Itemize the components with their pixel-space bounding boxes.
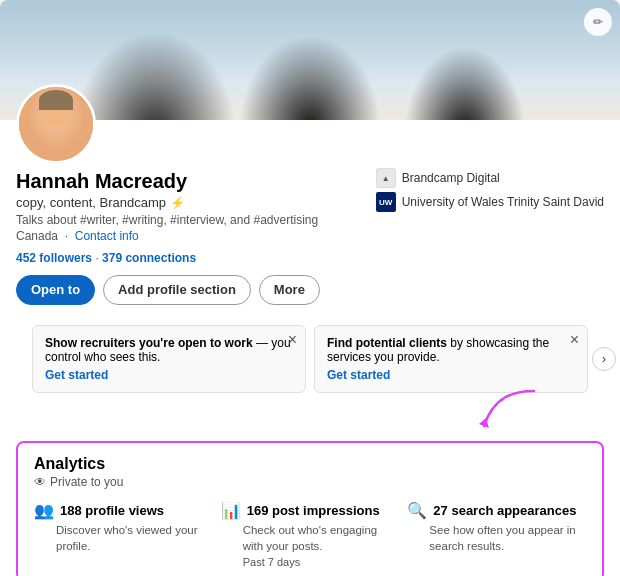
followers-link[interactable]: 452 followers	[16, 251, 92, 265]
uni-name: University of Wales Trinity Saint David	[402, 195, 604, 209]
analytics-item-header-2: 🔍 27 search appearances	[407, 501, 586, 520]
edit-cover-icon: ✏	[593, 15, 603, 29]
notifications-section: × Show recruiters you're open to work — …	[32, 325, 588, 393]
analytics-item-header-1: 📊 169 post impressions	[221, 501, 400, 520]
get-started-link-0[interactable]: Get started	[45, 368, 293, 382]
eye-icon: 👁	[34, 475, 46, 489]
analytics-stat-0: 188 profile views	[60, 503, 164, 518]
profile-card: ✏ Hannah Macready copy, content, Brandca…	[0, 0, 620, 576]
notification-bold-0: Show recruiters you're open to work	[45, 336, 253, 350]
profile-name: Hannah Macready	[16, 168, 364, 194]
add-section-button[interactable]: Add profile section	[103, 275, 251, 305]
profile-details: Hannah Macready copy, content, Brandcamp…	[16, 168, 364, 265]
analytics-desc-1: Check out who's engaging with your posts…	[221, 522, 400, 554]
analytics-item-0[interactable]: 👥 188 profile views Discover who's viewe…	[34, 501, 213, 568]
analytics-icon-0: 👥	[34, 501, 54, 520]
analytics-icon-1: 📊	[221, 501, 241, 520]
close-notification-0[interactable]: ×	[288, 332, 297, 348]
profile-companies: ▲ Brandcamp Digital UW University of Wal…	[376, 168, 604, 212]
notification-text-1: Find potential clients by showcasing the…	[327, 336, 575, 364]
brandcamp-logo: ▲	[376, 168, 396, 188]
notification-bold-1: Find potential clients	[327, 336, 447, 350]
contact-info-link[interactable]: Contact info	[75, 229, 139, 243]
company-item-brandcamp[interactable]: ▲ Brandcamp Digital	[376, 168, 604, 188]
analytics-subtitle: 👁 Private to you	[34, 475, 586, 489]
analytics-subtitle-text: Private to you	[50, 475, 123, 489]
avatar-image	[19, 87, 93, 161]
analytics-grid: 👥 188 profile views Discover who's viewe…	[34, 501, 586, 568]
notification-card-1: × Find potential clients by showcasing t…	[314, 325, 588, 393]
profile-location: Canada · Contact info	[16, 229, 364, 243]
analytics-stat-1: 169 post impressions	[247, 503, 380, 518]
profile-headline: copy, content, Brandcamp ⚡	[16, 195, 364, 210]
analytics-stat-2: 27 search appearances	[433, 503, 576, 518]
avatar	[16, 84, 96, 164]
location-text: Canada	[16, 229, 58, 243]
close-notification-1[interactable]: ×	[570, 332, 579, 348]
headline-text: copy, content, Brandcamp	[16, 195, 166, 210]
get-started-link-1[interactable]: Get started	[327, 368, 575, 382]
notification-text-0: Show recruiters you're open to work — yo…	[45, 336, 293, 364]
analytics-desc-2: See how often you appear in search resul…	[407, 522, 586, 554]
analytics-icon-2: 🔍	[407, 501, 427, 520]
next-notification-button[interactable]: ›	[592, 347, 616, 371]
analytics-desc-0: Discover who's viewed your profile.	[34, 522, 213, 554]
uni-logo: UW	[376, 192, 396, 212]
connections-link[interactable]: 379 connections	[102, 251, 196, 265]
open-to-button[interactable]: Open to	[16, 275, 95, 305]
analytics-item-header-0: 👥 188 profile views	[34, 501, 213, 520]
analytics-title: Analytics	[34, 455, 586, 473]
lightning-icon: ⚡	[170, 196, 185, 210]
more-button[interactable]: More	[259, 275, 320, 305]
profile-tags: Talks about #writer, #writing, #intervie…	[16, 213, 364, 227]
profile-header-row: Hannah Macready copy, content, Brandcamp…	[16, 120, 604, 265]
pink-arrow	[464, 386, 544, 436]
arrow-container	[16, 401, 604, 431]
profile-info-section: Hannah Macready copy, content, Brandcamp…	[0, 120, 620, 317]
avatar-wrap	[16, 84, 96, 164]
brandcamp-name: Brandcamp Digital	[402, 171, 500, 185]
analytics-subdesc-1: Past 7 days	[221, 556, 400, 568]
analytics-section: Analytics 👁 Private to you 👥 188 profile…	[16, 441, 604, 576]
notification-card-0: × Show recruiters you're open to work — …	[32, 325, 306, 393]
analytics-item-1[interactable]: 📊 169 post impressions Check out who's e…	[221, 501, 400, 568]
analytics-item-2[interactable]: 🔍 27 search appearances See how often yo…	[407, 501, 586, 568]
edit-cover-button[interactable]: ✏	[584, 8, 612, 36]
company-item-uni[interactable]: UW University of Wales Trinity Saint Dav…	[376, 192, 604, 212]
actions-row: Open to Add profile section More	[16, 275, 604, 305]
notifications-wrapper: × Show recruiters you're open to work — …	[16, 325, 604, 393]
followers-row: 452 followers · 379 connections	[16, 251, 364, 265]
